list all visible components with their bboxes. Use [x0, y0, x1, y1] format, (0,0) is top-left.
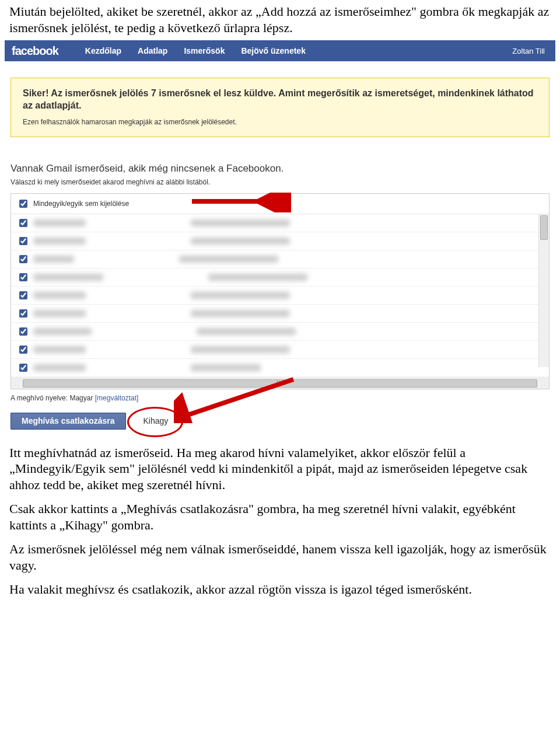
success-banner: Siker! Az ismerősnek jelölés 7 ismerősne…: [10, 78, 550, 137]
contact-name-blurred: [33, 256, 74, 263]
contact-email-blurred: [179, 256, 278, 263]
vertical-scrollbar[interactable]: [538, 214, 549, 367]
horizontal-scrollbar[interactable]: III: [11, 378, 549, 389]
contact-name-blurred: [33, 238, 86, 245]
contact-row[interactable]: [11, 214, 549, 232]
contact-email-blurred: [191, 219, 290, 226]
contact-checkbox[interactable]: [19, 273, 27, 281]
contact-checkbox[interactable]: [19, 346, 27, 354]
success-title: Siker! Az ismerősnek jelölés 7 ismerősne…: [23, 88, 537, 112]
doc-paragraph-4: Az ismerősnek jelöléssel még nem válnak …: [0, 538, 560, 578]
doc-paragraph-5: Ha valakit meghívsz és csatlakozik, akko…: [0, 578, 560, 602]
contact-checkbox[interactable]: [19, 291, 27, 299]
contact-checkbox[interactable]: [19, 237, 27, 245]
contact-checkbox[interactable]: [19, 309, 27, 318]
section-subheading: Válaszd ki mely ismerőseidet akarod megh…: [10, 178, 550, 186]
nav-links: Kezdőlap Adatlap Ismerősök Bejövő üzenet…: [85, 46, 306, 55]
contact-checkbox[interactable]: [19, 219, 27, 227]
skip-button[interactable]: Kihagy: [135, 413, 177, 429]
contact-row[interactable]: [11, 268, 549, 287]
contact-row[interactable]: [11, 341, 549, 359]
facebook-ui-screenshot: facebook Kezdőlap Adatlap Ismerősök Bejö…: [0, 40, 560, 430]
invite-language-line: A meghívó nyelve: Magyar [megváltoztat]: [10, 394, 550, 402]
doc-paragraph-3: Csak akkor kattints a „Meghívás csatlako…: [0, 497, 560, 538]
topbar: facebook Kezdőlap Adatlap Ismerősök Bejö…: [5, 40, 555, 61]
select-all-label: Mindegyik/egyik sem kijelölése: [33, 200, 129, 208]
button-row: Meghívás csatlakozásra Kihagy: [10, 413, 550, 430]
contact-checkbox[interactable]: [19, 327, 27, 336]
contact-name-blurred: [33, 328, 92, 335]
contact-email-blurred: [208, 274, 307, 281]
contact-name-blurred: [33, 364, 86, 371]
nav-friends[interactable]: Ismerősök: [184, 46, 225, 55]
contact-row[interactable]: [11, 232, 549, 250]
contact-email-blurred: [191, 292, 290, 299]
nav-inbox[interactable]: Bejövő üzenetek: [241, 46, 305, 55]
username-link[interactable]: Zoltan Till: [512, 47, 545, 55]
contact-checkbox[interactable]: [19, 364, 27, 372]
nav-profile[interactable]: Adatlap: [138, 46, 167, 55]
change-language-link[interactable]: [megváltoztat]: [95, 394, 139, 402]
annotation-arrow-top: [180, 193, 291, 212]
contact-name-blurred: [33, 274, 103, 281]
contact-email-blurred: [191, 310, 290, 317]
contact-row[interactable]: [11, 305, 549, 323]
doc-paragraph-2: Itt meghívhatnád az ismerőseid. Ha meg a…: [0, 437, 560, 498]
section-heading: Vannak Gmail ismerőseid, akik még nincse…: [10, 163, 550, 175]
hscroll-grip-icon: III: [276, 380, 283, 386]
vertical-scrollbar-thumb[interactable]: [540, 215, 548, 240]
contact-list-body: [11, 214, 549, 378]
contact-email-blurred: [197, 328, 296, 335]
select-all-row[interactable]: Mindegyik/egyik sem kijelölése: [11, 194, 549, 214]
contact-email-blurred: [191, 238, 290, 245]
success-subtext: Ezen felhasználók hamarosan megkapják az…: [23, 118, 537, 126]
doc-paragraph-1: Miután bejelölted, akiket be szeretnél, …: [0, 0, 560, 40]
contact-name-blurred: [33, 310, 86, 317]
contact-row[interactable]: [11, 323, 549, 341]
contact-name-blurred: [33, 346, 86, 353]
contact-list: Mindegyik/egyik sem kijelölése III: [10, 193, 550, 389]
facebook-logo[interactable]: facebook: [12, 44, 58, 58]
contact-checkbox[interactable]: [19, 255, 27, 263]
nav-home[interactable]: Kezdőlap: [85, 46, 121, 55]
contact-row[interactable]: [11, 250, 549, 268]
select-all-checkbox[interactable]: [19, 200, 27, 208]
contact-name-blurred: [33, 219, 86, 226]
invite-button[interactable]: Meghívás csatlakozásra: [10, 413, 126, 430]
invite-language-text: A meghívó nyelve: Magyar: [10, 394, 95, 402]
contact-row[interactable]: [11, 359, 549, 377]
contact-row[interactable]: [11, 287, 549, 305]
contact-name-blurred: [33, 292, 86, 299]
contact-email-blurred: [191, 346, 290, 353]
contact-email-blurred: [191, 364, 261, 371]
